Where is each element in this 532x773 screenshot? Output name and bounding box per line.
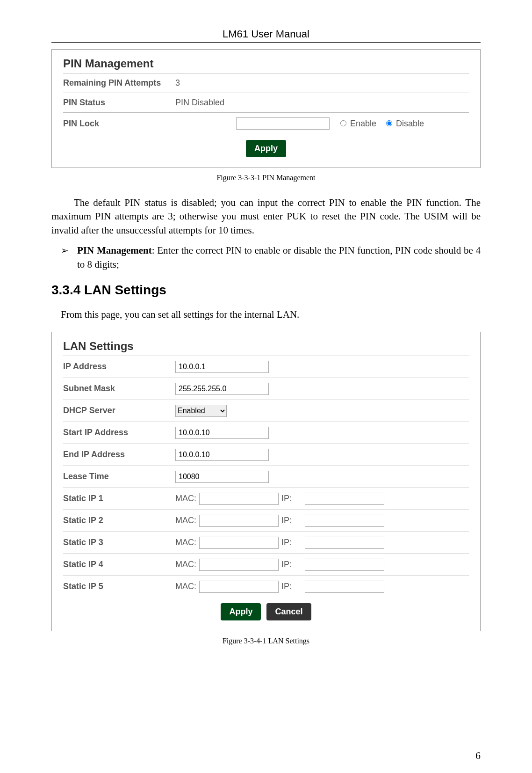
page-number: 6 — [475, 750, 481, 762]
dhcp-server-select[interactable]: Enabled — [175, 405, 227, 417]
ip-address-input[interactable] — [175, 361, 269, 373]
pin-status-label: PIN Status — [63, 98, 175, 108]
lan-row-static1: Static IP 1 MAC: IP: — [63, 488, 469, 510]
pin-row-status: PIN Status PIN Disabled — [63, 93, 469, 112]
end-ip-label: End IP Address — [63, 450, 175, 459]
lan-row-static5: Static IP 5 MAC: IP: — [63, 576, 469, 598]
pin-management-panel: PIN Management Remaining PIN Attempts 3 … — [51, 49, 481, 168]
page-title: LM61 User Manual — [51, 28, 481, 40]
lan-row-static2: Static IP 2 MAC: IP: — [63, 510, 469, 532]
static-ip3-ip-label: IP: — [281, 538, 302, 547]
lan-figure-caption: Figure 3-3-4-1 LAN Settings — [51, 637, 481, 645]
static-ip4-ip-input[interactable] — [305, 559, 384, 571]
static-ip4-mac-label: MAC: — [175, 560, 196, 569]
remaining-attempts-label: Remaining PIN Attempts — [63, 78, 175, 88]
pin-lock-disable-option[interactable]: Disable — [384, 119, 424, 129]
lan-row-static4: Static IP 4 MAC: IP: — [63, 554, 469, 576]
lan-row-dhcp: DHCP Server Enabled — [63, 400, 469, 422]
pin-lock-disable-label: Disable — [396, 119, 424, 128]
title-rule — [51, 42, 481, 43]
lease-time-input[interactable] — [175, 471, 269, 483]
start-ip-label: Start IP Address — [63, 428, 175, 438]
static-ip2-mac-input[interactable] — [199, 515, 279, 527]
static-ip4-label: Static IP 4 — [63, 560, 175, 569]
static-ip3-label: Static IP 3 — [63, 538, 175, 547]
pin-lock-enable-option[interactable]: Enable — [338, 119, 376, 129]
lan-apply-button[interactable]: Apply — [221, 603, 261, 620]
static-ip2-ip-label: IP: — [281, 516, 302, 525]
pin-management-bullet: ➢ PIN Management: Enter the correct PIN … — [51, 244, 481, 271]
lan-description-paragraph: From this page, you can set all settings… — [51, 309, 481, 321]
lan-settings-panel: LAN Settings IP Address Subnet Mask DHCP… — [51, 332, 481, 631]
static-ip5-label: Static IP 5 — [63, 582, 175, 591]
pin-row-remaining: Remaining PIN Attempts 3 — [63, 73, 469, 93]
lan-row-mask: Subnet Mask — [63, 378, 469, 400]
static-ip5-ip-input[interactable] — [305, 581, 384, 593]
start-ip-input[interactable] — [175, 427, 269, 439]
lease-time-label: Lease Time — [63, 472, 175, 481]
pin-lock-input[interactable] — [236, 117, 330, 130]
end-ip-input[interactable] — [175, 449, 269, 461]
subnet-mask-input[interactable] — [175, 383, 269, 395]
static-ip1-label: Static IP 1 — [63, 494, 175, 503]
static-ip1-ip-input[interactable] — [305, 493, 384, 505]
static-ip1-mac-input[interactable] — [199, 493, 279, 505]
static-ip3-mac-input[interactable] — [199, 537, 279, 549]
static-ip5-mac-input[interactable] — [199, 581, 279, 593]
pin-lock-enable-label: Enable — [350, 119, 376, 128]
static-ip5-mac-label: MAC: — [175, 582, 196, 591]
lan-row-lease: Lease Time — [63, 466, 469, 488]
lan-row-static3: Static IP 3 MAC: IP: — [63, 532, 469, 554]
pin-lock-enable-radio[interactable] — [340, 120, 346, 126]
static-ip5-ip-label: IP: — [281, 582, 302, 591]
static-ip2-mac-label: MAC: — [175, 516, 196, 525]
lan-row-ip: IP Address — [63, 356, 469, 378]
pin-panel-title: PIN Management — [63, 57, 469, 70]
static-ip1-mac-label: MAC: — [175, 494, 196, 503]
lan-row-end-ip: End IP Address — [63, 444, 469, 466]
section-heading-lan: 3.3.4 LAN Settings — [51, 283, 481, 298]
pin-lock-disable-radio[interactable] — [386, 120, 392, 126]
remaining-attempts-value: 3 — [175, 78, 180, 88]
lan-row-start-ip: Start IP Address — [63, 422, 469, 444]
lan-panel-title: LAN Settings — [63, 340, 469, 353]
static-ip2-label: Static IP 2 — [63, 516, 175, 525]
bullet-title: PIN Management — [77, 245, 152, 256]
static-ip2-ip-input[interactable] — [305, 515, 384, 527]
bullet-arrow-icon: ➢ — [61, 244, 69, 271]
static-ip4-mac-input[interactable] — [199, 559, 279, 571]
pin-status-value: PIN Disabled — [175, 98, 224, 108]
static-ip1-ip-label: IP: — [281, 494, 302, 503]
pin-lock-label: PIN Lock — [63, 119, 175, 129]
dhcp-server-label: DHCP Server — [63, 406, 175, 416]
pin-apply-button[interactable]: Apply — [246, 140, 286, 157]
pin-figure-caption: Figure 3-3-3-1 PIN Management — [51, 174, 481, 182]
static-ip4-ip-label: IP: — [281, 560, 302, 569]
static-ip3-mac-label: MAC: — [175, 538, 196, 547]
static-ip3-ip-input[interactable] — [305, 537, 384, 549]
subnet-mask-label: Subnet Mask — [63, 384, 175, 394]
lan-cancel-button[interactable]: Cancel — [266, 603, 311, 620]
pin-row-lock: PIN Lock Enable Disable — [63, 112, 469, 134]
pin-description-paragraph: The default PIN status is disabled; you … — [51, 196, 481, 237]
ip-address-label: IP Address — [63, 362, 175, 372]
